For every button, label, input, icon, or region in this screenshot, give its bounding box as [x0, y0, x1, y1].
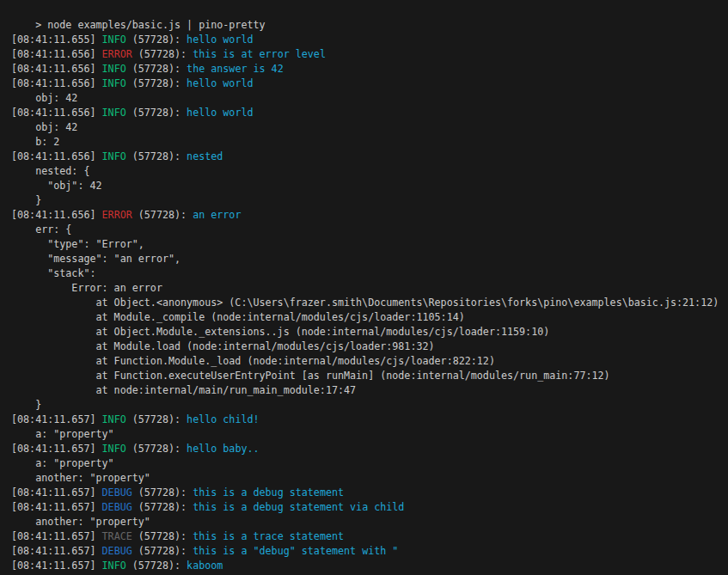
log-line: [08:41:11.657] DEBUG (57728): this is a … — [11, 500, 728, 515]
log-text: a: "property" — [11, 457, 114, 469]
log-text: a: "property" — [11, 428, 114, 440]
log-text: another: "property" — [11, 516, 150, 528]
log-line: at Object.Module._extensions..js (node:i… — [11, 325, 728, 339]
log-level-badge: INFO — [102, 413, 126, 425]
log-line: Error: an error — [11, 281, 728, 296]
log-line: [08:41:11.657] DEBUG (57728): this is a … — [11, 486, 728, 500]
log-line: [08:41:11.656] INFO (57728): nested — [11, 150, 728, 164]
log-timestamp: [08:41:11.657] — [11, 486, 102, 499]
log-line: "stack": — [11, 266, 728, 281]
log-message: this is a trace statement — [193, 530, 344, 542]
log-line: at node:internal/main/run_main_module:17… — [11, 383, 728, 398]
log-line: at Module.load (node:internal/modules/cj… — [11, 339, 728, 354]
log-line: [08:41:11.657] INFO (57728): kaboom — [11, 559, 728, 573]
log-text: (57728): — [132, 530, 193, 542]
log-text: (57728): — [126, 413, 187, 425]
log-message: hello world — [187, 107, 253, 119]
log-message: hello world — [187, 34, 253, 46]
log-line: [08:41:11.656] ERROR (57728): an error — [11, 208, 728, 223]
log-text: } — [11, 194, 41, 206]
log-text: (57728): — [132, 486, 193, 499]
log-line: } — [11, 398, 728, 413]
log-message: this is a debug statement — [193, 486, 344, 499]
log-level-badge: INFO — [102, 150, 126, 162]
log-text: another: "property" — [11, 472, 150, 484]
log-line: [08:41:11.657] INFO (57728): hello baby.… — [11, 442, 728, 456]
log-text: at Function.executeUserEntryPoint [as ru… — [11, 370, 610, 382]
log-text: "message": "an error", — [11, 253, 180, 265]
log-timestamp: [08:41:11.657] — [11, 443, 102, 455]
log-line: at Function.Module._load (node:internal/… — [11, 354, 728, 369]
log-text: nested: { — [11, 165, 89, 177]
log-message: this is a debug statement via child — [193, 501, 404, 513]
log-message: this is a "debug" statement with " — [193, 545, 398, 557]
log-line: [08:41:11.657] INFO (57728): hello child… — [11, 413, 728, 427]
log-timestamp: [08:41:11.657] — [11, 560, 102, 572]
log-text: b: 2 — [11, 136, 59, 148]
log-level-badge: INFO — [102, 63, 126, 75]
log-line: obj: 42 — [11, 120, 728, 135]
log-line: [08:41:11.656] INFO (57728): the answer … — [11, 62, 728, 76]
log-message: hello baby.. — [187, 443, 259, 455]
log-timestamp: [08:41:11.656] — [11, 63, 102, 75]
log-message: nested — [187, 150, 223, 162]
log-message: an error — [193, 209, 241, 221]
log-message: kaboom — [187, 560, 223, 572]
log-timestamp: [08:41:11.657] — [11, 501, 102, 513]
log-text: obj: 42 — [11, 92, 77, 104]
log-line: b: 2 — [11, 135, 728, 150]
log-line: nested: { — [11, 164, 728, 179]
log-level-badge: ERROR — [102, 48, 132, 60]
log-line: at Function.executeUserEntryPoint [as ru… — [11, 369, 728, 383]
log-text: (57728): — [132, 48, 193, 60]
log-line: "message": "an error", — [11, 252, 728, 266]
log-line: [08:41:11.657] DEBUG (57728): this is a … — [11, 544, 728, 559]
log-text: } — [11, 399, 41, 411]
log-text: at Module._compile (node:internal/module… — [11, 311, 465, 323]
log-level-badge: ERROR — [102, 209, 132, 221]
log-level-badge: INFO — [102, 107, 126, 119]
log-text: (57728): — [126, 560, 187, 572]
log-text: at Object.<anonymous> (C:\Users\frazer.s… — [11, 297, 719, 309]
log-level-badge: INFO — [102, 443, 126, 455]
log-text: (57728): — [126, 34, 187, 46]
log-line: "type": "Error", — [11, 237, 728, 252]
log-line: another: "property" — [11, 471, 728, 486]
log-text: (57728): — [126, 63, 187, 75]
log-text: (57728): — [132, 501, 193, 513]
log-line: [08:41:11.656] INFO (57728): hello world — [11, 76, 728, 91]
log-line: [08:41:11.655] INFO (57728): hello world — [11, 33, 728, 47]
log-text: "type": "Error", — [11, 238, 144, 250]
terminal-output: > node examples/basic.js | pino-pretty [… — [0, 0, 728, 575]
log-timestamp: [08:41:11.656] — [11, 209, 102, 221]
log-level-badge: INFO — [102, 34, 126, 46]
log-lines: [08:41:11.655] INFO (57728): hello world… — [11, 33, 728, 573]
log-text: at Function.Module._load (node:internal/… — [11, 355, 495, 367]
log-text: Error: an error — [11, 282, 162, 294]
log-text: "stack": — [11, 267, 96, 279]
log-line: [08:41:11.656] ERROR (57728): this is at… — [11, 47, 728, 62]
log-line: "obj": 42 — [11, 179, 728, 193]
command-text: > node examples/basic.js | pino-pretty — [35, 19, 265, 31]
log-message: hello world — [187, 77, 253, 89]
log-timestamp: [08:41:11.656] — [11, 48, 102, 60]
log-level-badge: DEBUG — [102, 486, 132, 499]
log-line: err: { — [11, 223, 728, 237]
log-message: hello child! — [187, 413, 259, 425]
log-text: at Object.Module._extensions..js (node:i… — [11, 326, 549, 338]
log-text: obj: 42 — [11, 121, 77, 133]
log-timestamp: [08:41:11.656] — [11, 77, 102, 89]
log-level-badge: INFO — [102, 560, 126, 572]
log-text: (57728): — [126, 150, 187, 162]
log-line: at Module._compile (node:internal/module… — [11, 310, 728, 325]
log-text: at Module.load (node:internal/modules/cj… — [11, 340, 435, 352]
log-line: a: "property" — [11, 427, 728, 442]
log-text: (57728): — [126, 443, 187, 455]
log-timestamp: [08:41:11.657] — [11, 545, 102, 557]
log-line: } — [11, 193, 728, 208]
log-timestamp: [08:41:11.656] — [11, 107, 102, 119]
log-timestamp: [08:41:11.657] — [11, 413, 102, 425]
log-line: another: "property" — [11, 515, 728, 529]
log-timestamp: [08:41:11.656] — [11, 150, 102, 162]
log-timestamp: [08:41:11.657] — [11, 530, 102, 542]
